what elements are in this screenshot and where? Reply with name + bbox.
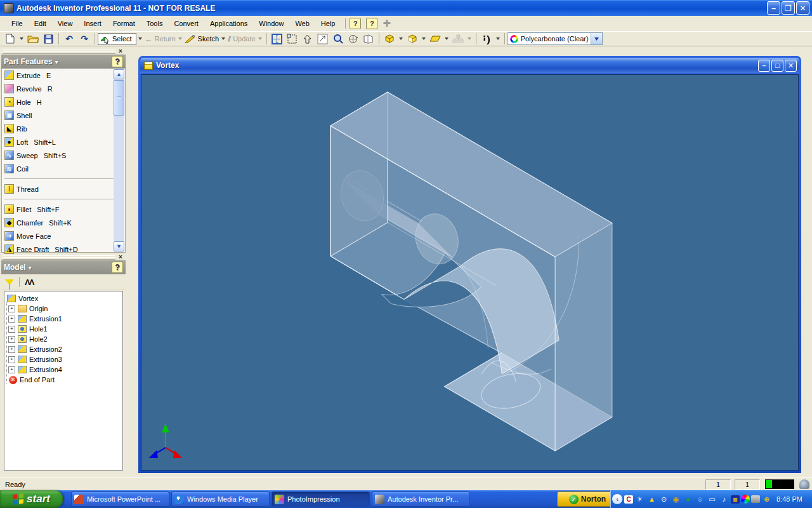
material-dropdown-button[interactable] bbox=[591, 33, 602, 44]
tree-item-extrusion2[interactable]: + Extrusion2 bbox=[4, 344, 122, 354]
tray-monitor-icon[interactable] bbox=[751, 495, 760, 503]
doc-close-button[interactable]: ✕ bbox=[785, 60, 797, 72]
feature-thread[interactable]: 𝄀 Thread bbox=[2, 182, 125, 196]
update-button[interactable]: ⫽ Update bbox=[228, 32, 255, 45]
tray-magnifier-icon[interactable]: ⊙ bbox=[658, 494, 669, 504]
filter-icon[interactable] bbox=[5, 279, 14, 285]
expand-plus-icon[interactable]: + bbox=[8, 305, 15, 312]
add-toolbar-icon[interactable]: ✚ bbox=[383, 18, 391, 29]
sketch-plane-dropdown[interactable] bbox=[445, 37, 449, 40]
menu-help[interactable]: Help bbox=[316, 18, 341, 29]
document-titlebar[interactable]: Vortex – □ ✕ bbox=[140, 58, 799, 73]
expand-plus-icon[interactable]: + bbox=[8, 356, 15, 363]
restore-button[interactable]: ❐ bbox=[782, 1, 795, 15]
feature-sweep[interactable]: ∿ Sweep Shift+S bbox=[2, 149, 125, 162]
feature-extrude[interactable]: Extrude E bbox=[2, 69, 125, 82]
sketch-dropdown[interactable] bbox=[221, 37, 225, 40]
new-file-dropdown[interactable] bbox=[20, 37, 23, 40]
tree-item-origin[interactable]: + Origin bbox=[4, 304, 122, 314]
select-tool-button[interactable]: Select bbox=[98, 33, 136, 45]
undo-button[interactable]: ↶ bbox=[62, 32, 76, 45]
tree-root-vortex[interactable]: Vortex bbox=[4, 293, 122, 304]
viewport-3d[interactable] bbox=[141, 74, 799, 471]
analysis-dropdown[interactable] bbox=[496, 37, 500, 40]
feature-rib[interactable]: ◣ Rib bbox=[2, 122, 125, 135]
doc-minimize-button[interactable]: – bbox=[758, 60, 770, 72]
help-topics-icon[interactable]: ? bbox=[350, 18, 361, 29]
panel-menu-caret-icon[interactable]: ▾ bbox=[55, 58, 112, 65]
menu-edit[interactable]: Edit bbox=[29, 18, 51, 29]
feature-revolve[interactable]: Revolve R bbox=[2, 82, 125, 95]
model-dragbar[interactable]: × bbox=[1, 254, 126, 260]
task-photoimpression[interactable]: PhotoImpression bbox=[272, 491, 370, 507]
expand-plus-icon[interactable]: + bbox=[8, 346, 15, 353]
component-tree-button[interactable] bbox=[451, 32, 465, 45]
analysis-button[interactable]: ꜟ) bbox=[478, 32, 494, 45]
feature-fillet[interactable]: ◗ Fillet Shift+F bbox=[2, 203, 125, 216]
start-button[interactable]: start bbox=[0, 490, 63, 508]
tray-messenger-icon[interactable]: ☺ bbox=[695, 494, 705, 504]
save-button[interactable] bbox=[41, 32, 55, 45]
scroll-up-button[interactable]: ▲ bbox=[114, 69, 124, 79]
tray-collapse-icon[interactable]: ‹ bbox=[612, 494, 622, 504]
tray-colorwheel-icon[interactable] bbox=[741, 495, 750, 504]
tree-item-hole2[interactable]: + Hole2 bbox=[4, 334, 122, 344]
task-powerpoint[interactable]: Microsoft PowerPoint ... bbox=[71, 491, 169, 507]
pan-button[interactable] bbox=[316, 32, 330, 45]
scroll-thumb[interactable] bbox=[114, 80, 124, 116]
scroll-down-button[interactable]: ▼ bbox=[114, 241, 124, 251]
camera-view-button[interactable] bbox=[405, 32, 419, 45]
feature-hole[interactable]: ◔ Hole H bbox=[2, 95, 125, 109]
tree-item-extrusion4[interactable]: + Extrusion4 bbox=[4, 364, 122, 375]
find-icon[interactable]: ΛΛ bbox=[25, 277, 33, 287]
new-file-button[interactable] bbox=[3, 32, 17, 45]
tray-sparkle-icon[interactable]: ☀ bbox=[634, 494, 645, 504]
material-combobox[interactable]: Polycarbonate (Clear) bbox=[508, 32, 603, 45]
model-header[interactable]: Model ▾ ? bbox=[1, 260, 126, 274]
minimize-button[interactable]: – bbox=[767, 1, 780, 15]
tray-c-icon[interactable]: C bbox=[624, 495, 633, 504]
menu-insert[interactable]: Insert bbox=[79, 18, 107, 29]
expand-plus-icon[interactable]: + bbox=[8, 366, 15, 373]
zoom-all-button[interactable] bbox=[270, 32, 284, 45]
rotate-button[interactable] bbox=[346, 32, 360, 45]
tray-colorballs-icon[interactable]: ● bbox=[683, 494, 693, 504]
part-features-scrollbar[interactable]: ▲ ▼ bbox=[114, 69, 124, 251]
doc-maximize-button[interactable]: □ bbox=[771, 60, 783, 72]
tray-volume-icon[interactable]: ♪ bbox=[719, 494, 730, 504]
model-close-icon[interactable]: × bbox=[117, 253, 124, 260]
menu-convert[interactable]: Convert bbox=[169, 18, 204, 29]
feature-move-face[interactable]: ➜ Move Face bbox=[2, 229, 125, 243]
select-dropdown[interactable] bbox=[138, 37, 142, 40]
norton-badge[interactable]: ✓ Norton bbox=[557, 491, 618, 507]
part-features-dragbar[interactable]: × bbox=[1, 48, 126, 55]
shaded-display-button[interactable] bbox=[383, 32, 396, 45]
zoom-window-button[interactable] bbox=[285, 32, 299, 45]
look-at-button[interactable] bbox=[362, 32, 376, 45]
return-button[interactable]: ← Return bbox=[145, 32, 176, 45]
open-button[interactable] bbox=[26, 32, 40, 45]
tray-network-app-icon[interactable]: ▦ bbox=[731, 495, 740, 504]
task-media-player[interactable]: Windows Media Player bbox=[171, 491, 270, 507]
tree-item-extrusion1[interactable]: + Extrusion1 bbox=[4, 314, 122, 324]
menu-window[interactable]: Window bbox=[254, 18, 289, 29]
shaded-display-dropdown[interactable] bbox=[399, 37, 403, 40]
expand-plus-icon[interactable]: + bbox=[8, 336, 15, 343]
feature-shell[interactable]: ▣ Shell bbox=[2, 109, 125, 122]
tree-item-hole1[interactable]: + Hole1 bbox=[4, 324, 122, 334]
part-features-close-icon[interactable]: × bbox=[117, 48, 124, 55]
menu-web[interactable]: Web bbox=[290, 18, 314, 29]
tray-globe-gold-icon[interactable]: ◉ bbox=[671, 494, 681, 504]
model-help-icon[interactable]: ? bbox=[112, 262, 123, 273]
app-titlebar[interactable]: Autodesk Inventor Professional 11 - NOT … bbox=[0, 0, 812, 16]
sketch-button[interactable]: Sketch bbox=[185, 32, 219, 45]
feature-loft[interactable]: ● Loft Shift+L bbox=[2, 135, 125, 149]
menu-format[interactable]: Format bbox=[108, 18, 140, 29]
tray-display-icon[interactable]: ▭ bbox=[707, 494, 717, 504]
part-features-header[interactable]: Part Features ▾ ? bbox=[1, 55, 126, 69]
menu-tools[interactable]: Tools bbox=[141, 18, 168, 29]
camera-view-dropdown[interactable] bbox=[422, 37, 426, 40]
task-inventor[interactable]: Autodesk Inventor Pr... bbox=[372, 491, 470, 507]
tray-globe-net-icon[interactable]: ⊕ bbox=[761, 494, 772, 504]
sketch-plane-button[interactable] bbox=[428, 32, 442, 45]
